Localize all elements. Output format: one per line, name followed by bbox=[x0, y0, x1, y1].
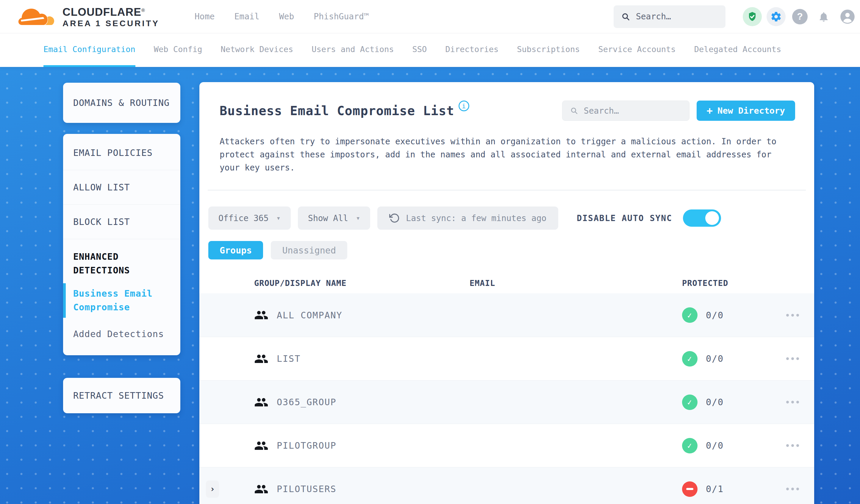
divider bbox=[208, 190, 806, 190]
check-icon: ✓ bbox=[687, 310, 693, 320]
last-sync-label: Last sync: a few minutes ago bbox=[406, 213, 546, 223]
table-row[interactable]: › PILOTUSERS ✓ bbox=[199, 467, 814, 504]
title-row: Business Email Compromise List i + New D… bbox=[199, 82, 814, 121]
group-icon bbox=[254, 352, 269, 366]
search-icon bbox=[621, 12, 630, 22]
sidebar-item-block-list[interactable]: BLOCK LIST bbox=[63, 205, 180, 239]
subnav-email-configuration[interactable]: Email Configuration bbox=[43, 33, 135, 67]
protected-status-icon: ✓ bbox=[682, 394, 698, 410]
security-status-button[interactable] bbox=[743, 7, 762, 26]
tab-groups[interactable]: Groups bbox=[208, 241, 263, 259]
protected-count: 0/0 bbox=[706, 310, 724, 320]
group-icon bbox=[254, 395, 269, 409]
directory-search[interactable] bbox=[562, 101, 689, 121]
group-name: PILOTGROUP bbox=[277, 440, 336, 451]
sidebar-item-email-policies[interactable]: EMAIL POLICIES bbox=[63, 136, 180, 170]
help-button[interactable]: ? bbox=[790, 7, 809, 26]
check-icon: ✓ bbox=[687, 354, 693, 363]
filter-row: Office 365 ▾ Show All ▾ Last sync: a few… bbox=[199, 206, 814, 230]
account-button[interactable] bbox=[838, 7, 857, 26]
sidebar-item-allow-list[interactable]: ALLOW LIST bbox=[63, 170, 180, 204]
subnav-delegated-accounts[interactable]: Delegated Accounts bbox=[694, 33, 782, 67]
top-nav-email[interactable]: Email bbox=[234, 12, 259, 21]
page-title: Business Email Compromise List bbox=[220, 103, 455, 118]
sidebar-policies-card: EMAIL POLICIES ALLOW LIST BLOCK LIST ENH… bbox=[63, 134, 180, 355]
subnav-subscriptions[interactable]: Subscriptions bbox=[517, 33, 580, 67]
page-description: Attackers often try to impersonate execu… bbox=[199, 121, 814, 174]
global-search-input[interactable] bbox=[636, 12, 718, 21]
subnav-users-and-actions[interactable]: Users and Actions bbox=[312, 33, 394, 67]
table-header: GROUP/DISPLAY NAME EMAIL PROTECTED bbox=[199, 273, 814, 293]
top-nav-phishguard[interactable]: PhishGuard™ bbox=[314, 12, 369, 21]
bell-icon bbox=[818, 11, 830, 23]
row-menu-button[interactable] bbox=[782, 310, 803, 321]
header-right: ? bbox=[614, 5, 860, 28]
group-name: ALL COMPANY bbox=[277, 310, 343, 320]
protected-status-icon: ✓ bbox=[682, 351, 698, 366]
top-nav-home[interactable]: Home bbox=[195, 12, 215, 21]
brand-text: CLOUDFLARE® AREA 1 SECURITY bbox=[62, 4, 159, 28]
refresh-icon bbox=[389, 213, 400, 224]
table-row[interactable]: O365_GROUP ✓ 0/0 bbox=[199, 380, 814, 424]
sidebar-heading-enhanced-detections: ENHANCED DETECTIONS bbox=[63, 239, 180, 280]
top-nav-web[interactable]: Web bbox=[279, 12, 294, 21]
sidebar-item-added-detections[interactable]: Added Detections bbox=[63, 321, 180, 347]
row-menu-button[interactable] bbox=[782, 397, 803, 408]
protected-status-icon: ✓ bbox=[682, 438, 698, 453]
brand: CLOUDFLARE® AREA 1 SECURITY bbox=[18, 3, 159, 30]
brand-name: CLOUDFLARE® bbox=[62, 4, 159, 18]
new-directory-button[interactable]: + New Directory bbox=[697, 101, 795, 121]
check-icon: ✓ bbox=[687, 397, 693, 407]
subnav-directories[interactable]: Directories bbox=[445, 33, 499, 67]
directory-filter-dropdown[interactable]: Office 365 ▾ bbox=[208, 206, 291, 230]
global-search[interactable] bbox=[614, 5, 726, 28]
group-name: LIST bbox=[277, 354, 301, 364]
subnav-web-config[interactable]: Web Config bbox=[154, 33, 202, 67]
sidebar: DOMAINS & ROUTING EMAIL POLICIES ALLOW L… bbox=[63, 83, 180, 413]
row-menu-button[interactable] bbox=[782, 353, 803, 364]
chevron-down-icon: ▾ bbox=[356, 214, 360, 222]
tab-row: Groups Unassigned bbox=[199, 241, 814, 259]
chevron-down-icon: ▾ bbox=[276, 214, 281, 222]
table-row[interactable]: LIST ✓ 0/0 bbox=[199, 337, 814, 380]
row-menu-button[interactable] bbox=[782, 484, 803, 494]
subnav-service-accounts[interactable]: Service Accounts bbox=[599, 33, 676, 67]
registered-mark: ® bbox=[141, 8, 145, 13]
auto-sync-toggle[interactable] bbox=[683, 210, 721, 227]
show-filter-dropdown[interactable]: Show All ▾ bbox=[298, 206, 370, 230]
expand-row-button[interactable]: › bbox=[206, 480, 219, 498]
table-row[interactable]: ALL COMPANY ✓ 0/0 bbox=[199, 293, 814, 337]
info-icon[interactable]: i bbox=[459, 101, 469, 111]
title-actions: + New Directory bbox=[562, 101, 795, 121]
sidebar-item-business-email-compromise[interactable]: Business Email Compromise bbox=[63, 280, 180, 321]
column-protected: PROTECTED bbox=[682, 278, 771, 288]
sidebar-item-retract-settings[interactable]: RETRACT SETTINGS bbox=[63, 378, 180, 413]
top-nav: Home Email Web PhishGuard™ bbox=[195, 12, 369, 21]
row-menu-button[interactable] bbox=[782, 440, 803, 451]
tab-unassigned[interactable]: Unassigned bbox=[271, 241, 347, 259]
column-group-display-name: GROUP/DISPLAY NAME bbox=[254, 278, 470, 288]
toggle-knob bbox=[705, 211, 719, 225]
group-icon bbox=[254, 308, 269, 322]
subnav-network-devices[interactable]: Network Devices bbox=[220, 33, 293, 67]
main-panel: Business Email Compromise List i + New D… bbox=[199, 82, 814, 504]
protected-status-icon: ✓ bbox=[682, 481, 698, 497]
minus-icon bbox=[686, 488, 693, 490]
protected-count: 0/0 bbox=[706, 397, 724, 407]
user-avatar-icon bbox=[840, 9, 855, 24]
subnav-sso[interactable]: SSO bbox=[413, 33, 427, 67]
sidebar-item-domains-routing[interactable]: DOMAINS & ROUTING bbox=[63, 83, 180, 123]
directory-search-input[interactable] bbox=[584, 106, 682, 116]
question-icon: ? bbox=[792, 9, 808, 24]
table-row[interactable]: PILOTGROUP ✓ 0/0 bbox=[199, 424, 814, 467]
notifications-button[interactable] bbox=[814, 7, 833, 26]
group-icon bbox=[254, 482, 269, 496]
settings-button[interactable] bbox=[766, 7, 786, 26]
shield-check-icon bbox=[747, 11, 758, 22]
plus-icon: + bbox=[707, 106, 713, 116]
protected-count: 0/1 bbox=[706, 484, 724, 494]
last-sync-button[interactable]: Last sync: a few minutes ago bbox=[377, 206, 558, 230]
auto-sync-label: DISABLE AUTO SYNC bbox=[577, 213, 672, 223]
protected-count: 0/0 bbox=[706, 440, 724, 451]
gear-icon bbox=[770, 11, 782, 23]
